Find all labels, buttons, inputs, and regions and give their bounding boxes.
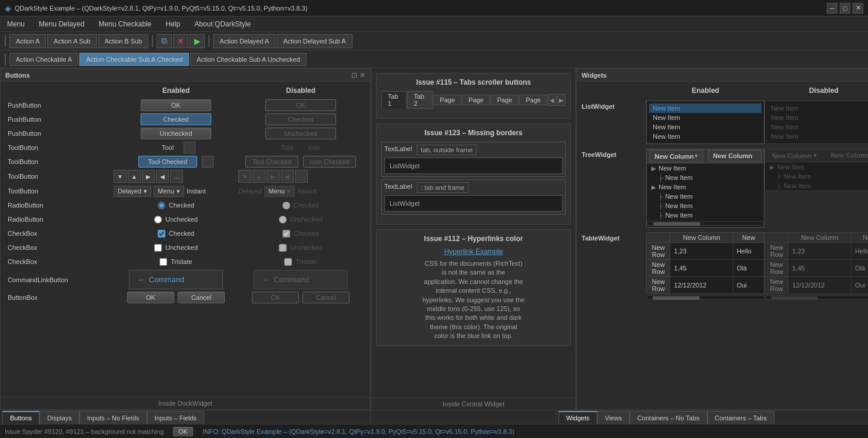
issue-112-title: Issue #112 – Hyperlinks color xyxy=(381,235,566,243)
status-issue-text: Issue Spyder #9120, #9121 – background n… xyxy=(5,428,164,435)
tab-page-3[interactable]: Page xyxy=(491,95,519,105)
status-bar: Issue Spyder #9120, #9121 – background n… xyxy=(0,424,868,438)
arrow-up-btn[interactable]: ▲ xyxy=(128,170,141,183)
tab-widgets[interactable]: Widgets xyxy=(558,411,597,424)
title-text: QDarkStyle Example – (QDarkStyle=v2.8.1,… xyxy=(15,5,307,12)
tree-scrollbar-enabled[interactable] xyxy=(647,221,764,226)
arrow-down-btn[interactable]: ▼ xyxy=(114,170,127,183)
ok-btn-enabled[interactable]: OK xyxy=(141,99,211,111)
hyperlink-example[interactable]: Hyperlink Example xyxy=(444,248,503,256)
table-widget-label: TableWidget xyxy=(581,232,646,244)
action-b-sub-btn[interactable]: Action B Sub xyxy=(98,34,149,48)
tree-item-5[interactable]: ├New Item xyxy=(647,201,764,210)
close-icon-btn[interactable]: ✕ xyxy=(173,34,188,48)
cmd-link-btn-enabled[interactable]: → Command xyxy=(129,270,223,289)
maximize-btn[interactable]: □ xyxy=(840,3,850,14)
tree-item-dis-1: ▶New Item xyxy=(765,162,868,172)
radio-checked-enabled[interactable]: Checked xyxy=(158,202,194,209)
tab-inputs-no-fields[interactable]: Inputs – No Fields xyxy=(79,411,147,424)
panel-close-btn[interactable]: ✕ xyxy=(360,71,365,79)
action-checkable-a-btn[interactable]: Action Checkable A xyxy=(9,53,78,66)
cb-tristate-enabled[interactable]: Tristate xyxy=(159,258,192,266)
tool-icon-btn[interactable] xyxy=(184,142,195,153)
table-widget-disabled: New Column Ne New Row 1,23 Hello N xyxy=(764,232,868,301)
delayed-menu-btn[interactable]: Delayed▾ xyxy=(114,186,151,197)
checkbox-label-1: CheckBox xyxy=(8,228,114,239)
minimize-btn[interactable]: ─ xyxy=(827,3,837,14)
menu-btn[interactable]: Menu▾ xyxy=(154,186,184,197)
list-widget-label: ListWidget xyxy=(581,101,646,112)
arrow-left-btn[interactable]: ◀ xyxy=(156,170,169,183)
table-row-2[interactable]: New Row 1,45 Olá xyxy=(647,260,764,277)
tree-item-2[interactable]: ├New Item xyxy=(647,173,764,182)
cb-tristate-disabled: Tristate xyxy=(284,258,317,266)
table-row-1[interactable]: New Row 1,23 Hello xyxy=(647,243,764,260)
copy-icon-btn[interactable]: ⧉ xyxy=(157,34,172,48)
tab-1[interactable]: Tab 1 xyxy=(381,91,407,109)
menu-checkable[interactable]: Menu Checkable xyxy=(96,19,154,29)
menu-dis-btn: Menu▾ xyxy=(264,186,295,197)
action-delayed-sub-a-btn[interactable]: Action Delayed Sub A xyxy=(277,34,352,48)
tab-views[interactable]: Views xyxy=(597,411,630,424)
tool-btn-enabled[interactable]: Tool xyxy=(157,142,179,153)
checked-btn-enabled[interactable]: Checked xyxy=(141,113,211,125)
toolbar-sep1 xyxy=(5,35,6,47)
menu-delayed[interactable]: Menu Delayed xyxy=(36,19,87,29)
cb-unchecked-enabled[interactable]: Unchecked xyxy=(154,244,198,252)
tab-buttons[interactable]: Buttons xyxy=(2,411,39,424)
tab-scroll-left[interactable]: ◀ xyxy=(548,94,557,106)
bbox-ok-enabled[interactable]: OK xyxy=(127,292,174,303)
table-row-3[interactable]: New Row 12/12/2012 Oui xyxy=(647,277,764,294)
tab-inputs-fields[interactable]: Inputs – Fields xyxy=(147,411,205,424)
tool-checked-btn-enabled[interactable]: Tool Checked xyxy=(138,156,197,168)
play-icon-btn[interactable]: ▶ xyxy=(189,34,205,48)
action-checkable-sub-unchecked-btn[interactable]: Action Checkable Sub A Unchecked xyxy=(190,53,307,66)
tree-item-6[interactable]: ├New Item xyxy=(647,210,764,220)
action-checkable-sub-checked-btn[interactable]: Action Checkable Sub A Checked xyxy=(79,53,189,66)
widgets-col-empty xyxy=(581,86,646,97)
tree-item-3[interactable]: ▶New Item xyxy=(647,182,764,192)
tab-page-4[interactable]: Page xyxy=(519,95,547,105)
app-icon: ◈ xyxy=(5,4,11,13)
tool-checked-icon[interactable] xyxy=(202,156,214,168)
list-item-1[interactable]: New Item xyxy=(649,103,761,113)
arrow-right-btn[interactable]: ▶ xyxy=(142,170,155,183)
tree-col-1: New Column ▾ xyxy=(647,149,706,163)
radio-unchecked-enabled[interactable]: Unchecked xyxy=(154,216,198,223)
tab-displays[interactable]: Displays xyxy=(39,411,79,424)
arrow-right-dis: ▶ xyxy=(267,170,280,183)
table-scrollbar-enabled[interactable] xyxy=(646,295,764,300)
tab-outside-frame: tab, outside frame xyxy=(417,145,477,155)
toolbar-sep2 xyxy=(152,35,153,47)
toolbar-sep3 xyxy=(208,35,209,47)
tab-2[interactable]: Tab 2 xyxy=(407,91,433,109)
close-btn[interactable]: ✕ xyxy=(853,3,863,14)
tab-containers-no-tabs[interactable]: Containers – No Tabs xyxy=(630,411,707,424)
arrow-ellipsis-btn[interactable]: … xyxy=(170,170,183,183)
widgets-panel-header: Widgets ⊡ ✕ xyxy=(577,69,868,82)
tab-page-1[interactable]: Page xyxy=(433,95,461,105)
buttons-panel: Buttons ⊡ ✕ Enabled Disabled PushButton … xyxy=(0,68,371,410)
buttons-panel-header: Buttons ⊡ ✕ xyxy=(1,69,370,82)
menu-help[interactable]: Help xyxy=(163,19,182,29)
menu-about[interactable]: About QDarkStyle xyxy=(192,19,253,29)
unchecked-btn-enabled[interactable]: Unchecked xyxy=(141,128,211,139)
tab-containers-tabs[interactable]: Containers – Tabs xyxy=(707,411,774,424)
menu-menu[interactable]: Menu xyxy=(5,19,27,29)
tree-item-4[interactable]: ├New Item xyxy=(647,192,764,201)
panel-float-btn[interactable]: ⊡ xyxy=(351,71,357,79)
status-ok-btn[interactable]: OK xyxy=(173,427,193,436)
list-item-4[interactable]: New Item xyxy=(649,132,761,141)
cb-checked-enabled[interactable]: Checked xyxy=(158,230,194,238)
hyperlink-description: CSS for the documents (RichText) is not … xyxy=(381,259,566,341)
action-delayed-a-btn[interactable]: Action Delayed A xyxy=(213,34,275,48)
action-a-sub-btn[interactable]: Action A Sub xyxy=(47,34,97,48)
action-a-btn[interactable]: Action A xyxy=(9,34,46,48)
tab-page-2[interactable]: Page xyxy=(462,95,490,105)
arrow-ellipsis-dis: … xyxy=(295,170,308,183)
tab-scroll-right[interactable]: ▶ xyxy=(557,94,566,106)
list-item-3[interactable]: New Item xyxy=(649,122,761,132)
bbox-cancel-enabled[interactable]: Cancel xyxy=(178,292,225,303)
tree-item-1[interactable]: ▶New Item xyxy=(647,163,764,173)
list-item-2[interactable]: New Item xyxy=(649,113,761,122)
